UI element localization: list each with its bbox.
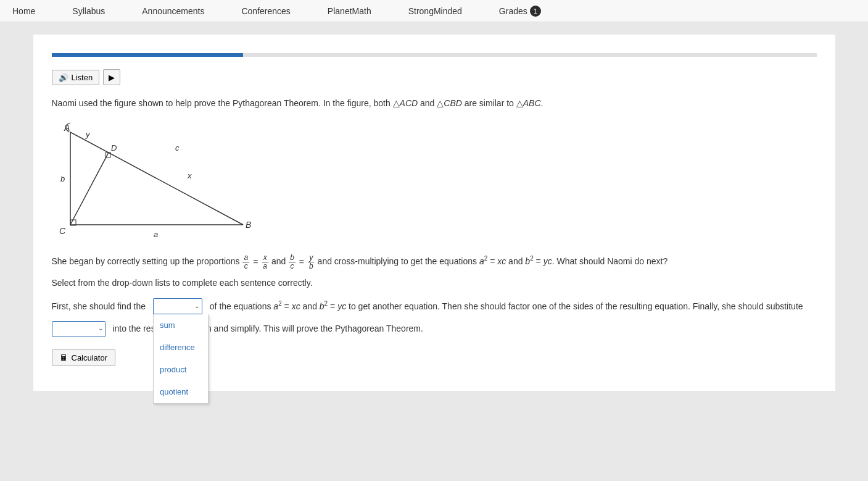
dropdown1-option-quotient[interactable]: quotient (154, 381, 208, 403)
dropdown1-option-product[interactable]: product (154, 359, 208, 381)
progress-bar (52, 53, 817, 57)
svg-text:y: y (85, 130, 91, 139)
sentence1: First, she should find the ⌄ sum differe… (52, 298, 817, 315)
svg-text:C: C (59, 226, 66, 236)
play-button[interactable]: ▶ (103, 69, 120, 85)
svg-text:x: x (187, 171, 192, 180)
main-wrapper: 🔊 Listen ▶ Naomi used the figure shown t… (0, 22, 868, 481)
calculator-icon: 🖩 (60, 353, 68, 362)
calculator-button[interactable]: 🖩 Calculator (52, 349, 116, 366)
question-intro: Naomi used the figure shown to help prov… (52, 96, 817, 110)
sentence1-after: of the equations a2 = xc and b2 = yc to … (210, 298, 803, 315)
svg-text:B: B (246, 220, 251, 230)
dropdown1-option-sum[interactable]: sum (154, 314, 208, 337)
dropdown1-container: ⌄ sum difference product quotient (153, 298, 202, 314)
proportions-text: She began by correctly setting up the pr… (52, 253, 817, 270)
svg-text:b: b (60, 174, 65, 183)
speaker-icon: 🔊 (59, 73, 68, 82)
dropdown1-button[interactable]: ⌄ (153, 298, 202, 314)
dropdown1-list: sum difference product quotient (153, 314, 209, 404)
svg-marker-0 (70, 132, 243, 225)
grades-badge-count: 1 (530, 6, 541, 17)
dropdown2-wrapper: sum difference product quotient ⌄ (52, 320, 105, 337)
dropdown1-arrow-icon: ⌄ (194, 300, 199, 312)
nav-grades[interactable]: Grades 1 (499, 6, 541, 17)
nav-home[interactable]: Home (12, 6, 35, 16)
sentence1-before: First, she should find the (52, 298, 146, 315)
nav-syllabus[interactable]: Syllabus (72, 6, 105, 16)
calculator-label: Calculator (72, 353, 108, 362)
content-box: 🔊 Listen ▶ Naomi used the figure shown t… (33, 35, 835, 391)
nav-announcements[interactable]: Announcements (142, 6, 204, 16)
play-icon: ▶ (109, 73, 115, 82)
svg-text:c: c (175, 143, 180, 153)
nav-strongminded[interactable]: StrongMinded (408, 6, 462, 16)
dropdown1-option-difference[interactable]: difference (154, 337, 208, 359)
svg-line-1 (70, 153, 109, 225)
top-navigation: Home Syllabus Announcements Conferences … (0, 0, 868, 22)
nav-conferences[interactable]: Conferences (241, 6, 290, 16)
dropdown2-select[interactable]: sum difference product quotient (52, 321, 105, 337)
svg-text:A: A (64, 123, 70, 133)
triangle-figure: A B C D y x b c a (52, 120, 262, 243)
listen-label: Listen (72, 73, 93, 82)
nav-planetmath[interactable]: PlanetMath (328, 6, 371, 16)
listen-area: 🔊 Listen ▶ (52, 69, 817, 85)
svg-text:a: a (154, 230, 158, 239)
and-word: and (271, 256, 288, 266)
svg-text:D: D (111, 143, 117, 153)
instruction-text: Select from the drop-down lists to compl… (52, 278, 817, 288)
listen-button[interactable]: 🔊 Listen (52, 70, 100, 85)
